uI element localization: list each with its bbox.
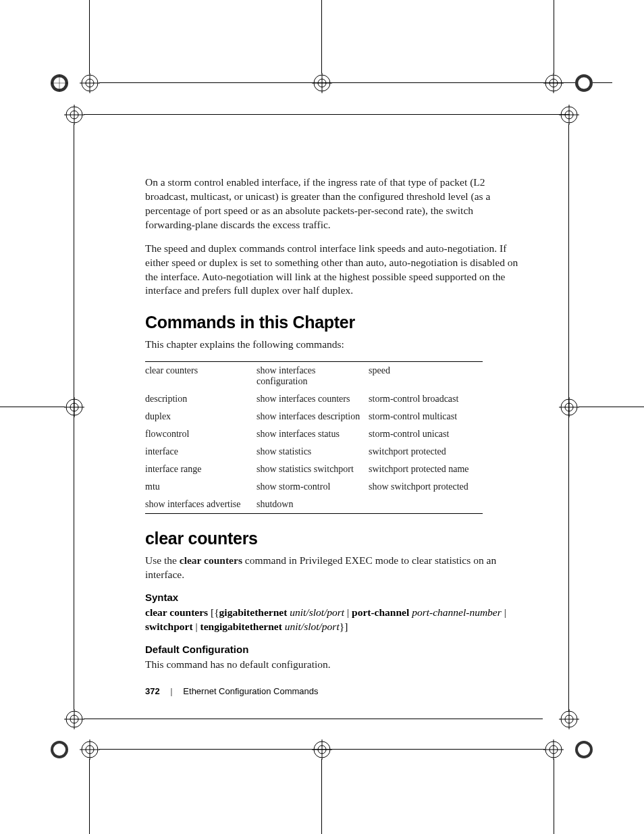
registration-mark-icon xyxy=(559,709,579,729)
crop-line xyxy=(321,0,322,74)
footer-separator: | xyxy=(162,686,180,696)
registration-mark-icon xyxy=(49,73,70,93)
cmd-cell: show storm-control xyxy=(257,478,369,496)
cmd-cell: interface xyxy=(145,443,257,461)
svg-point-43 xyxy=(578,744,590,756)
arg: port-channel-number xyxy=(412,606,502,618)
table-row: interface range show statistics switchpo… xyxy=(145,461,483,478)
registration-mark-icon xyxy=(574,73,594,93)
crop-line xyxy=(74,124,74,710)
registration-mark-icon xyxy=(49,739,70,760)
cmd-cell: show statistics xyxy=(257,443,369,461)
heading-default-config: Default Configuration xyxy=(145,644,523,655)
cmd-cell: switchport protected xyxy=(369,443,483,461)
intro-para-2: The speed and duplex commands control in… xyxy=(145,242,523,298)
registration-mark-icon xyxy=(574,739,594,760)
heading-commands-in-chapter: Commands in this Chapter xyxy=(145,313,523,332)
svg-point-29 xyxy=(53,744,65,756)
cmd-cell: show interfaces status xyxy=(257,425,369,443)
cmd-cell: show interfaces counters xyxy=(257,390,369,408)
registration-mark-icon xyxy=(312,739,332,760)
default-config-text: This command has no default configuratio… xyxy=(145,658,523,672)
crop-line xyxy=(99,749,545,750)
table-row: description show interfaces counters sto… xyxy=(145,390,483,408)
intro-para-1: On a storm control enabled interface, if… xyxy=(145,176,523,232)
footer-title: Ethernet Configuration Commands xyxy=(183,686,318,696)
text: }] xyxy=(340,621,348,632)
text: | xyxy=(193,621,200,632)
crop-line xyxy=(0,407,65,407)
registration-mark-icon xyxy=(543,73,564,93)
clear-counters-intro: Use the clear counters command in Privil… xyxy=(145,554,523,582)
cmd-cell: show interfaces advertise xyxy=(145,496,257,514)
cmd-cell: show statistics switchport xyxy=(257,461,369,478)
registration-mark-icon xyxy=(80,739,100,760)
registration-mark-icon xyxy=(312,73,332,93)
cmd-cell: flowcontrol xyxy=(145,425,257,443)
crop-line xyxy=(84,719,543,719)
cmd-cell: storm-control broadcast xyxy=(369,390,483,408)
kw: tengigabitethernet xyxy=(200,621,281,632)
crop-line xyxy=(554,759,554,834)
cmd-name: clear counters xyxy=(180,554,242,566)
kw: gigabitethernet xyxy=(219,606,288,618)
registration-mark-icon xyxy=(80,73,100,93)
registration-mark-icon xyxy=(64,709,84,729)
page-number: 372 xyxy=(145,686,160,696)
table-row: mtu show storm-control show switchport p… xyxy=(145,478,483,496)
heading-clear-counters: clear counters xyxy=(145,529,523,548)
table-row: duplex show interfaces description storm… xyxy=(145,408,483,425)
cmd-cell: show switchport protected xyxy=(369,478,483,496)
cmd-cell: show interfaces configuration xyxy=(257,362,369,391)
text: | xyxy=(344,606,352,618)
crop-line xyxy=(554,0,554,74)
arg: unit/slot/port xyxy=(290,606,344,618)
text: [{ xyxy=(208,606,219,618)
cmd-cell: description xyxy=(145,390,257,408)
arg: unit/slot/port xyxy=(285,621,340,632)
cmd-cell: mtu xyxy=(145,478,257,496)
crop-line xyxy=(99,82,612,83)
crop-line xyxy=(89,0,90,74)
cmd-cell: storm-control unicast xyxy=(369,425,483,443)
registration-mark-icon xyxy=(64,397,84,417)
registration-mark-icon xyxy=(64,105,84,125)
cmd-cell: shutdown xyxy=(257,496,369,514)
page-footer: 372 | Ethernet Configuration Commands xyxy=(145,686,319,696)
table-row: flowcontrol show interfaces status storm… xyxy=(145,425,483,443)
registration-mark-icon xyxy=(543,739,564,760)
cmd-cell: duplex xyxy=(145,408,257,425)
syntax-text: clear counters [{gigabitethernet unit/sl… xyxy=(145,606,523,634)
cmd-cell: switchport protected name xyxy=(369,461,483,478)
crop-line xyxy=(579,407,644,407)
crop-line xyxy=(89,759,90,834)
heading-syntax: Syntax xyxy=(145,592,523,603)
crop-line xyxy=(568,124,569,712)
registration-mark-icon xyxy=(559,397,579,417)
cmd-cell: storm-control multicast xyxy=(369,408,483,425)
cmd-cell: clear counters xyxy=(145,362,257,391)
crop-line xyxy=(321,759,322,834)
commands-table: clear counters show interfaces configura… xyxy=(145,361,483,514)
text: | xyxy=(502,606,506,618)
registration-mark-icon xyxy=(559,105,579,125)
kw: port-channel xyxy=(352,606,409,618)
table-row: show interfaces advertise shutdown xyxy=(145,496,483,514)
cmd-cell: interface range xyxy=(145,461,257,478)
cmd-cell: show interfaces description xyxy=(257,408,369,425)
table-row: clear counters show interfaces configura… xyxy=(145,362,483,391)
cmd-cell: speed xyxy=(369,362,483,391)
kw: clear counters xyxy=(145,606,208,618)
text: Use the xyxy=(145,554,180,566)
commands-intro: This chapter explains the following comm… xyxy=(145,338,523,352)
crop-line xyxy=(84,114,570,115)
table-row: interface show statistics switchport pro… xyxy=(145,443,483,461)
cmd-cell xyxy=(369,496,483,514)
kw: switchport xyxy=(145,621,193,632)
